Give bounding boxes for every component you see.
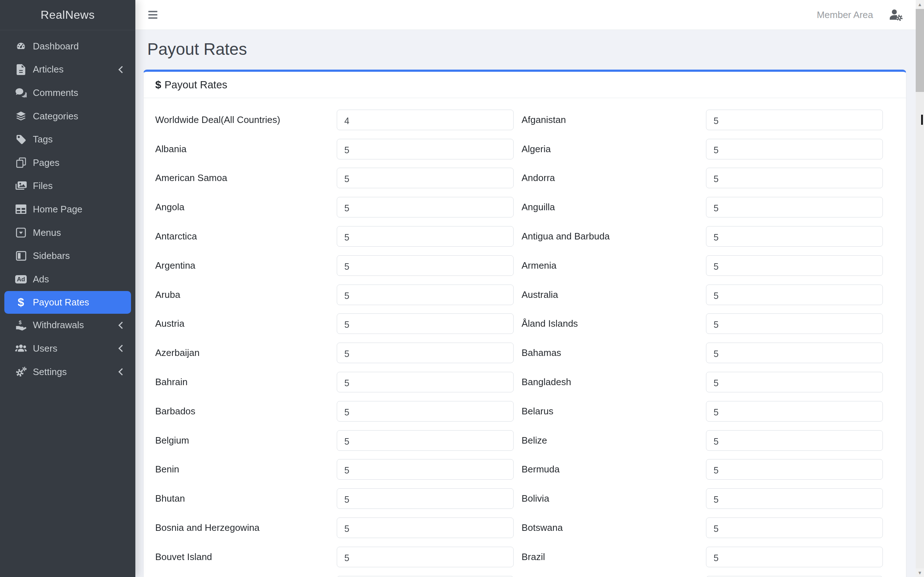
country-label: Azerbaijan xyxy=(155,347,337,358)
sidebar-item-label: Ads xyxy=(33,274,125,285)
dollar-sign-icon: $ xyxy=(155,79,162,91)
rate-input[interactable] xyxy=(706,459,883,480)
country-label: Afganistan xyxy=(522,114,706,126)
sidebar-item-settings[interactable]: Settings xyxy=(0,360,135,384)
rate-row: Australia xyxy=(522,280,883,309)
rate-input[interactable] xyxy=(706,313,883,334)
scroll-up-arrow-icon[interactable]: ▲ xyxy=(916,0,924,9)
country-label: Antigua and Barbuda xyxy=(522,231,706,242)
payout-rates-card: $ Payout Rates Worldwide Deal(All Countr… xyxy=(143,69,906,577)
sidebar-item-pages[interactable]: Pages xyxy=(0,151,135,174)
comments-icon xyxy=(15,88,27,98)
rate-row: Azerbaijan xyxy=(155,338,514,367)
rate-input[interactable] xyxy=(706,517,883,538)
users-icon xyxy=(15,344,27,353)
sidebar-item-sidebars[interactable]: Sidebars xyxy=(0,244,135,268)
rate-row: Antarctica xyxy=(155,222,514,251)
rate-input[interactable] xyxy=(337,547,514,567)
user-cog-icon[interactable] xyxy=(889,9,903,21)
rate-input[interactable] xyxy=(337,401,514,422)
rate-input[interactable] xyxy=(337,372,514,392)
rate-input[interactable] xyxy=(706,547,883,567)
sidebar-item-tags[interactable]: Tags xyxy=(0,128,135,151)
rate-input[interactable] xyxy=(337,255,514,276)
rate-input[interactable] xyxy=(706,372,883,392)
sidebar-item-dashboard[interactable]: Dashboard xyxy=(0,35,135,58)
country-label: Bangladesh xyxy=(522,377,706,388)
rate-input[interactable] xyxy=(337,517,514,538)
rate-input[interactable] xyxy=(706,139,883,160)
country-label: Bosnia and Herzegowina xyxy=(155,522,337,533)
rate-row: Andorra xyxy=(522,164,883,193)
rate-row: Belgium xyxy=(155,426,514,455)
rate-row xyxy=(522,572,883,577)
rate-input[interactable] xyxy=(706,488,883,509)
rate-input[interactable] xyxy=(337,110,514,130)
sidebar-item-comments[interactable]: Comments xyxy=(0,81,135,105)
page-title: Payout Rates xyxy=(147,39,916,59)
member-area-link[interactable]: Member Area xyxy=(817,10,873,21)
sidebar-item-label: Home Page xyxy=(33,204,125,215)
rate-input[interactable] xyxy=(337,226,514,247)
rate-input[interactable] xyxy=(706,110,883,130)
sidebar-item-users[interactable]: Users xyxy=(0,337,135,360)
chevron-left-icon xyxy=(118,66,126,73)
rate-input[interactable] xyxy=(337,139,514,160)
rate-input[interactable] xyxy=(337,343,514,363)
country-label: Australia xyxy=(522,289,706,300)
rate-input[interactable] xyxy=(337,285,514,305)
rate-row: Austria xyxy=(155,309,514,338)
country-label: Albania xyxy=(155,143,337,155)
country-label: Austria xyxy=(155,318,337,329)
rate-row: Bhutan xyxy=(155,484,514,513)
rate-input[interactable] xyxy=(337,576,514,577)
sidebar-item-files[interactable]: Files xyxy=(0,174,135,198)
sidebar-item-categories[interactable]: Categories xyxy=(0,105,135,128)
copy-icon xyxy=(15,157,27,168)
rate-input[interactable] xyxy=(706,226,883,247)
scrollbar-thumb[interactable] xyxy=(916,9,924,92)
rate-row: Botswana xyxy=(522,513,883,542)
sidebar-item-withdrawals[interactable]: $Withdrawals xyxy=(0,314,135,337)
rate-input[interactable] xyxy=(706,285,883,305)
country-label: Argentina xyxy=(155,260,337,271)
hamburger-icon[interactable] xyxy=(149,9,157,21)
rate-input[interactable] xyxy=(706,197,883,218)
sidebar-item-label: Files xyxy=(33,180,125,192)
country-label: Antarctica xyxy=(155,231,337,242)
rate-input[interactable] xyxy=(706,430,883,451)
rate-input[interactable] xyxy=(337,459,514,480)
rate-row: Belize xyxy=(522,426,883,455)
sidebar-item-label: Categories xyxy=(33,111,125,122)
scroll-down-arrow-icon[interactable]: ▼ xyxy=(916,568,924,577)
country-label: Bahrain xyxy=(155,377,337,388)
rate-input[interactable] xyxy=(337,168,514,188)
country-label: Bouvet Island xyxy=(155,551,337,562)
rate-row: Aruba xyxy=(155,280,514,309)
rate-input[interactable] xyxy=(706,168,883,188)
columns-icon xyxy=(15,251,27,261)
sidebar-item-home-page[interactable]: Home Page xyxy=(0,198,135,221)
rate-input[interactable] xyxy=(706,255,883,276)
sidebar-item-articles[interactable]: Articles xyxy=(0,58,135,82)
vertical-scrollbar[interactable]: ▲ ▼ xyxy=(916,0,924,577)
sidebar-item-payout-rates[interactable]: $Payout Rates xyxy=(4,291,131,314)
sidebar-item-ads[interactable]: AdAds xyxy=(0,268,135,291)
card-title: Payout Rates xyxy=(165,79,228,91)
rate-input[interactable] xyxy=(337,430,514,451)
rate-input[interactable] xyxy=(337,313,514,334)
rate-row xyxy=(155,572,514,577)
rate-input[interactable] xyxy=(337,488,514,509)
rate-input[interactable] xyxy=(337,197,514,218)
country-label: Brazil xyxy=(522,551,706,562)
rate-row: Bermuda xyxy=(522,455,883,484)
sidebar-nav: DashboardArticlesCommentsCategoriesTagsP… xyxy=(0,30,135,384)
rate-row: Bosnia and Herzegowina xyxy=(155,513,514,542)
sidebar-item-menus[interactable]: Menus xyxy=(0,221,135,245)
rate-input[interactable] xyxy=(706,576,883,577)
country-label: Bahamas xyxy=(522,347,706,358)
rate-row: Barbados xyxy=(155,397,514,426)
rate-input[interactable] xyxy=(706,343,883,363)
rate-row: Belarus xyxy=(522,397,883,426)
rate-input[interactable] xyxy=(706,401,883,422)
